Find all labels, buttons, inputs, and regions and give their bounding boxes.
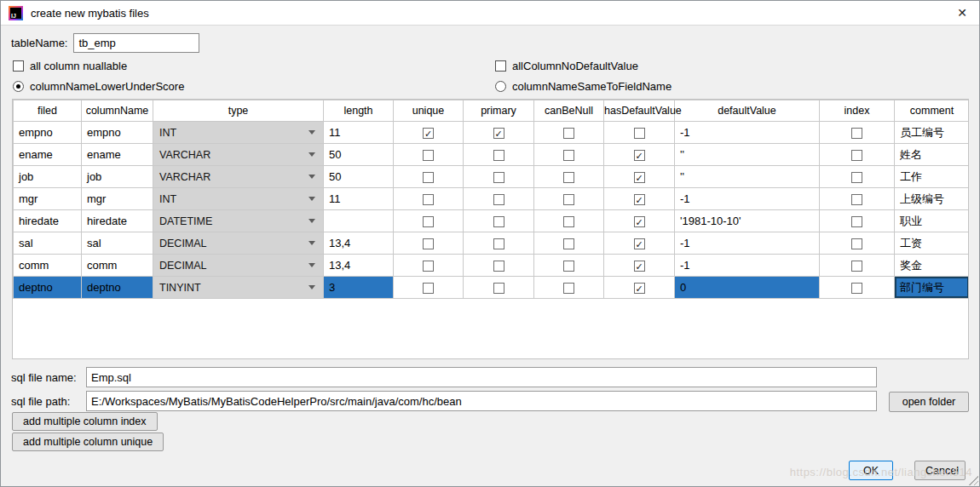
- hasDefaultValue-checkbox[interactable]: ✓: [634, 216, 645, 227]
- column-name-cell[interactable]: mgr: [82, 188, 153, 210]
- primary-checkbox[interactable]: [493, 194, 504, 205]
- index-checkbox[interactable]: [851, 238, 862, 249]
- unique-checkbox[interactable]: [423, 216, 434, 227]
- table-row[interactable]: salsalDECIMAL13,4✓-1工资: [14, 232, 970, 255]
- column-name-lower-underscore-option[interactable]: columnNameLowerUnderScore: [13, 80, 184, 93]
- index-checkbox[interactable]: [851, 128, 862, 139]
- index-checkbox[interactable]: [851, 216, 862, 227]
- type-dropdown[interactable]: TINYINT: [153, 277, 323, 298]
- type-dropdown[interactable]: DATETIME: [153, 210, 323, 232]
- filed-cell[interactable]: comm: [14, 255, 82, 277]
- filed-cell[interactable]: mgr: [14, 188, 82, 210]
- filed-cell[interactable]: deptno: [14, 277, 82, 299]
- primary-checkbox[interactable]: ✓: [493, 128, 504, 139]
- default-value-cell[interactable]: '1981-10-10': [675, 210, 820, 232]
- canBeNull-checkbox[interactable]: [563, 128, 574, 139]
- length-cell[interactable]: [324, 210, 394, 232]
- comment-cell[interactable]: 部门编号: [895, 277, 970, 299]
- hasDefaultValue-checkbox[interactable]: [634, 128, 645, 139]
- default-value-cell[interactable]: 0: [675, 277, 820, 299]
- sql-file-name-input[interactable]: [86, 367, 877, 387]
- hasDefaultValue-checkbox[interactable]: ✓: [634, 261, 645, 272]
- table-row[interactable]: hiredatehiredateDATETIME✓'1981-10-10'职业: [14, 210, 970, 232]
- primary-checkbox[interactable]: [493, 238, 504, 249]
- default-value-cell[interactable]: -1: [675, 255, 820, 277]
- checkbox-icon[interactable]: [13, 60, 24, 72]
- comment-cell[interactable]: 上级编号: [895, 188, 970, 210]
- unique-checkbox[interactable]: [423, 150, 434, 161]
- default-value-cell[interactable]: -1: [675, 188, 820, 210]
- unique-checkbox[interactable]: [423, 238, 434, 249]
- type-cell[interactable]: DECIMAL: [153, 232, 324, 255]
- add-multiple-column-unique-button[interactable]: add multiple column unique: [12, 433, 164, 451]
- filed-cell[interactable]: empno: [14, 122, 82, 144]
- type-cell[interactable]: INT: [153, 188, 324, 210]
- filed-cell[interactable]: job: [14, 166, 82, 188]
- column-name-same-to-field-option[interactable]: columnNameSameToFieldName: [495, 80, 672, 93]
- index-checkbox[interactable]: [851, 194, 862, 205]
- length-cell[interactable]: 3: [324, 277, 394, 299]
- type-cell[interactable]: INT: [153, 122, 324, 144]
- length-cell[interactable]: 50: [324, 166, 394, 188]
- index-checkbox[interactable]: [851, 172, 862, 183]
- unique-checkbox[interactable]: [423, 172, 434, 183]
- hasDefaultValue-checkbox[interactable]: ✓: [634, 172, 645, 183]
- ok-button[interactable]: OK: [849, 461, 893, 480]
- type-dropdown[interactable]: INT: [153, 122, 323, 143]
- type-cell[interactable]: DECIMAL: [153, 255, 324, 277]
- comment-cell[interactable]: 工资: [895, 232, 970, 255]
- column-name-cell[interactable]: deptno: [82, 277, 153, 299]
- type-dropdown[interactable]: INT: [153, 188, 323, 209]
- type-cell[interactable]: DATETIME: [153, 210, 324, 232]
- open-folder-button[interactable]: open folder: [889, 392, 969, 412]
- canBeNull-checkbox[interactable]: [563, 238, 574, 249]
- hasDefaultValue-checkbox[interactable]: ✓: [634, 238, 645, 249]
- comment-cell[interactable]: 职业: [895, 210, 970, 232]
- default-value-cell[interactable]: '': [675, 166, 820, 188]
- table-row[interactable]: mgrmgrINT11✓-1上级编号: [14, 188, 970, 210]
- length-cell[interactable]: 11: [324, 188, 394, 210]
- canBeNull-checkbox[interactable]: [563, 216, 574, 227]
- unique-checkbox[interactable]: [423, 261, 434, 272]
- length-cell[interactable]: 13,4: [324, 232, 394, 255]
- filed-cell[interactable]: hiredate: [14, 210, 82, 232]
- add-multiple-column-index-button[interactable]: add multiple column index: [12, 412, 158, 431]
- filed-cell[interactable]: ename: [14, 144, 82, 166]
- comment-cell[interactable]: 奖金: [895, 255, 970, 277]
- radio-icon[interactable]: [495, 81, 506, 92]
- checkbox-icon[interactable]: [495, 60, 506, 72]
- canBeNull-checkbox[interactable]: [563, 194, 574, 205]
- type-cell[interactable]: VARCHAR: [153, 166, 324, 188]
- unique-checkbox[interactable]: [423, 194, 434, 205]
- cancel-button[interactable]: Cancel: [914, 461, 966, 480]
- column-name-cell[interactable]: comm: [82, 255, 153, 277]
- hasDefaultValue-checkbox[interactable]: ✓: [634, 283, 645, 294]
- all-column-no-default-option[interactable]: allColumnNoDefaultValue: [495, 60, 638, 72]
- column-name-cell[interactable]: hiredate: [82, 210, 153, 232]
- canBeNull-checkbox[interactable]: [563, 150, 574, 161]
- default-value-cell[interactable]: -1: [675, 122, 820, 144]
- primary-checkbox[interactable]: [493, 283, 504, 294]
- type-cell[interactable]: TINYINT: [153, 277, 324, 299]
- comment-cell[interactable]: 姓名: [895, 144, 970, 166]
- index-checkbox[interactable]: [851, 150, 862, 161]
- sql-file-path-input[interactable]: [86, 391, 877, 411]
- table-row[interactable]: jobjobVARCHAR50✓''工作: [14, 166, 970, 188]
- unique-checkbox[interactable]: [423, 283, 434, 294]
- table-row[interactable]: commcommDECIMAL13,4✓-1奖金: [14, 255, 970, 277]
- radio-selected-icon[interactable]: [13, 81, 24, 92]
- hasDefaultValue-checkbox[interactable]: ✓: [634, 150, 645, 161]
- default-value-cell[interactable]: -1: [675, 232, 820, 255]
- length-cell[interactable]: 11: [324, 122, 394, 144]
- index-checkbox[interactable]: [851, 261, 862, 272]
- table-row[interactable]: empnoempnoINT11✓✓-1员工编号: [14, 122, 970, 144]
- default-value-cell[interactable]: '': [675, 144, 820, 166]
- primary-checkbox[interactable]: [493, 261, 504, 272]
- primary-checkbox[interactable]: [493, 150, 504, 161]
- unique-checkbox[interactable]: ✓: [423, 128, 434, 139]
- all-column-nullable-option[interactable]: all column nuallable: [13, 60, 127, 72]
- resize-grip[interactable]: [967, 474, 978, 485]
- canBeNull-checkbox[interactable]: [563, 172, 574, 183]
- table-row[interactable]: deptnodeptnoTINYINT3✓0部门编号: [14, 277, 970, 299]
- type-dropdown[interactable]: VARCHAR: [153, 166, 323, 187]
